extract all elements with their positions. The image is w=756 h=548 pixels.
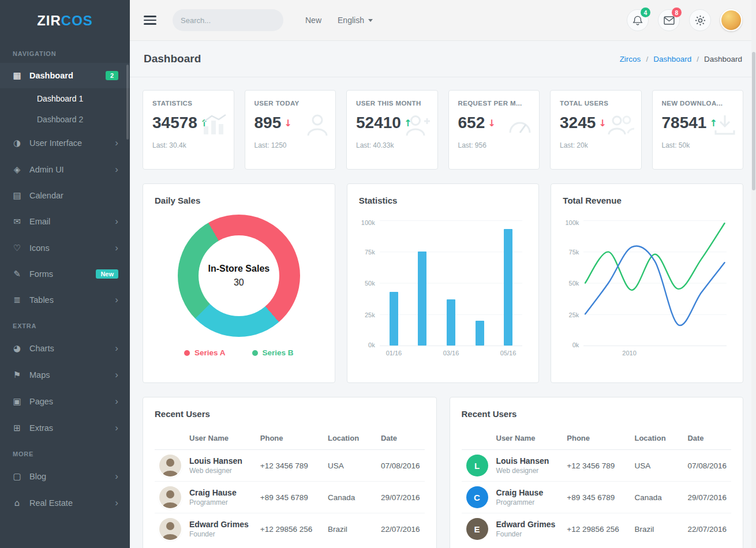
sidebar-scrollbar[interactable] <box>126 65 129 140</box>
home-icon: ⌂ <box>12 498 23 508</box>
sidebar-item-dashboard-1[interactable]: Dashboard 1 <box>0 88 130 109</box>
bar <box>390 292 398 346</box>
language-dropdown[interactable]: English <box>338 16 373 25</box>
recent-users-table: User Name Phone Location Date LLouis Han… <box>462 427 732 545</box>
stat-card-request-per-minute: REQUEST PER M... 652 ↓ Last: 956 <box>448 90 540 170</box>
nav-heading-more: MORE <box>0 441 130 463</box>
phone-cell: +12 29856 256 <box>256 513 323 545</box>
legend-series-b: Series B <box>252 348 294 357</box>
stat-value: 652 <box>458 114 485 132</box>
phone-cell: +12 29856 256 <box>562 513 630 545</box>
table-row: CCraig HauseProgrammer +89 345 6789 Cana… <box>462 482 732 513</box>
sidebar-item-label: Email <box>29 217 108 226</box>
breadcrumb-link-dashboard[interactable]: Dashboard <box>653 55 691 63</box>
page-header: Dashboard Zircos / Dashboard / Dashboard <box>130 41 756 77</box>
menu-toggle-button[interactable] <box>144 16 156 25</box>
donut-chart[interactable]: In-Store Sales 30 <box>178 215 300 337</box>
sidebar-item-dashboard-2[interactable]: Dashboard 2 <box>0 109 130 130</box>
notifications-button[interactable]: 4 <box>627 9 649 31</box>
sidebar-item-label: User Interface <box>29 138 108 148</box>
envelope-icon <box>664 16 675 25</box>
sidebar-item-label: Pages <box>29 397 108 406</box>
legend-series-a: Series A <box>184 348 226 357</box>
users-icon <box>607 114 635 139</box>
trend-down-icon: ↓ <box>284 118 291 129</box>
donut-legend: Series A Series B <box>155 348 323 357</box>
sidebar-item-calendar[interactable]: ▤ Calendar <box>0 183 130 208</box>
chevron-right-icon <box>115 497 118 509</box>
logo-text-primary: ZIR <box>37 13 61 29</box>
sidebar-item-icons[interactable]: ♡ Icons <box>0 235 130 261</box>
window-scrollbar[interactable] <box>751 0 756 548</box>
pages-icon: ▣ <box>12 396 23 407</box>
gauge-icon <box>507 114 533 138</box>
sidebar-item-maps[interactable]: ⚑ Maps <box>0 362 130 388</box>
settings-button[interactable] <box>689 9 711 31</box>
sidebar-item-tables[interactable]: ≣ Tables <box>0 287 130 313</box>
half-circle-icon: ◑ <box>12 138 23 148</box>
breadcrumb-link-zircos[interactable]: Zircos <box>620 55 641 63</box>
sidebar-item-extras[interactable]: ⊞ Extras <box>0 415 130 441</box>
recent-users-card-right: Recent Users User Name Phone Location Da… <box>450 397 744 548</box>
search-input[interactable] <box>181 16 282 25</box>
chevron-right-icon <box>115 242 118 254</box>
breadcrumb-current: Dashboard <box>704 55 742 63</box>
daily-sales-card: Daily Sales In-Store Sales 30 Series A <box>143 183 335 383</box>
sidebar-item-label: Forms <box>29 269 89 279</box>
table-row: Edward GrimesFounder +12 29856 256 Brazi… <box>155 513 425 545</box>
messages-badge: 8 <box>672 7 682 17</box>
sidebar-item-label: Maps <box>29 370 108 380</box>
new-link[interactable]: New <box>305 16 321 25</box>
grid-icon: ▦ <box>12 70 23 81</box>
charts-row: Daily Sales In-Store Sales 30 Series A <box>143 183 743 383</box>
line-chart-plot[interactable]: 2010 <box>583 220 727 346</box>
chevron-right-icon <box>115 396 118 407</box>
stat-value: 3245 <box>560 114 596 132</box>
chevron-right-icon <box>115 294 118 306</box>
date-cell: 22/07/2016 <box>376 513 425 545</box>
legend-dot <box>184 350 190 356</box>
stat-value: 34578 <box>152 114 197 132</box>
sidebar-item-real-estate[interactable]: ⌂ Real Estate <box>0 490 130 516</box>
calendar-icon: ▤ <box>12 190 23 201</box>
donut-center-value: 30 <box>234 277 244 288</box>
stat-card-new-downloads: NEW DOWNLOA... 78541 ↑ Last: 50k <box>652 90 744 170</box>
app-logo[interactable]: ZIR COS <box>0 0 130 41</box>
main-area: New English 4 8 Dashboard Zircos / Dashb… <box>130 0 756 548</box>
download-icon <box>713 114 737 139</box>
bar-chart-icon <box>201 114 228 139</box>
messages-button[interactable]: 8 <box>658 9 680 31</box>
page-title: Dashboard <box>144 52 201 65</box>
logo-text-accent: COS <box>61 13 93 29</box>
phone-cell: +12 3456 789 <box>562 450 630 482</box>
sidebar-item-blog[interactable]: ▢ Blog <box>0 463 130 490</box>
sidebar-item-forms[interactable]: ✎ Forms New <box>0 261 130 287</box>
sidebar-item-admin-ui[interactable]: ◈ Admin UI <box>0 156 130 183</box>
table-row: Craig HauseProgrammer +89 345 6789 Canad… <box>155 482 425 513</box>
recent-users-table: User Name Phone Location Date Louis Hans… <box>155 427 425 545</box>
x-axis: 01/16 03/16 05/16 <box>380 346 523 359</box>
scrollbar-thumb[interactable] <box>752 52 755 190</box>
sidebar-item-label: Dashboard <box>29 71 99 80</box>
user-avatar[interactable] <box>720 9 742 31</box>
sidebar-item-user-interface[interactable]: ◑ User Interface <box>0 130 130 156</box>
sidebar-item-charts[interactable]: ◕ Charts <box>0 335 130 362</box>
nav-heading-navigation: NAVIGATION <box>0 41 130 63</box>
sidebar-item-dashboard[interactable]: ▦ Dashboard 2 <box>0 63 130 88</box>
location-cell: USA <box>630 450 683 482</box>
blog-icon: ▢ <box>12 471 23 482</box>
sidebar-item-pages[interactable]: ▣ Pages <box>0 388 130 415</box>
phone-cell: +89 345 6789 <box>256 482 323 513</box>
breadcrumb-separator: / <box>697 55 699 63</box>
mail-icon: ✉ <box>12 216 23 227</box>
total-revenue-card: Total Revenue 100k 75k 50k 25k 0k 2010 <box>551 183 743 383</box>
chevron-right-icon <box>115 471 118 482</box>
bar-chart-plot[interactable]: 01/16 03/16 05/16 <box>380 220 523 346</box>
letter-avatar: L <box>466 455 488 476</box>
dashboard-count-badge: 2 <box>106 71 118 80</box>
bar <box>504 229 512 346</box>
line-series-revenue-green <box>585 223 724 290</box>
sidebar-item-email[interactable]: ✉ Email <box>0 208 130 235</box>
y-axis: 100k 75k 50k 25k 0k <box>359 220 380 346</box>
language-label: English <box>338 16 364 25</box>
